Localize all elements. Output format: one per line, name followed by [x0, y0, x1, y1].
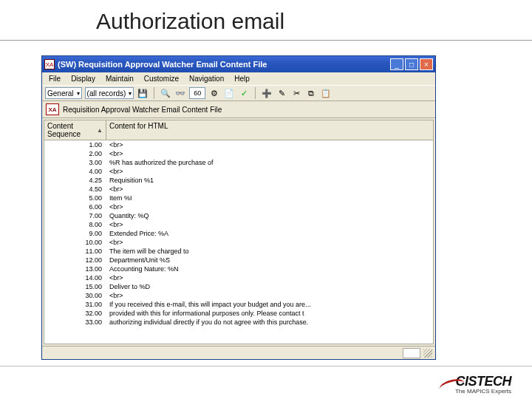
cell-sequence: 7.00	[44, 211, 106, 220]
find-icon[interactable]: 🔍	[160, 87, 171, 99]
check-icon[interactable]: ✓	[238, 87, 250, 99]
menu-help[interactable]: Help	[232, 74, 252, 83]
slide-title: Authorization email	[0, 0, 532, 40]
cell-content: <br>	[106, 220, 433, 229]
cell-sequence: 9.00	[44, 229, 106, 238]
cell-content: <br>	[106, 167, 433, 176]
view-select-label: General	[47, 89, 74, 98]
cell-sequence: 14.00	[44, 273, 106, 282]
close-button[interactable]: ×	[420, 58, 433, 70]
cell-content: Accounting Nature: %N	[106, 265, 433, 273]
table-row[interactable]: 3.00%R has authorized the purchase of	[44, 158, 433, 167]
cell-content: Item %I	[106, 194, 433, 202]
cell-content: <br>	[106, 185, 433, 194]
app-icon: XA	[44, 59, 55, 69]
cell-content: <br>	[106, 202, 433, 211]
menubar: File Display Maintain Customize Navigati…	[42, 72, 435, 85]
cell-sequence: 31.00	[44, 300, 106, 309]
table-row[interactable]: 8.00<br>	[44, 220, 433, 229]
table-row[interactable]: 5.00Item %I	[44, 194, 433, 202]
column-header-sequence-label: Content Sequence	[47, 122, 97, 138]
titlebar: XA (SW) Requisition Approval Watcher Ema…	[42, 56, 435, 72]
table-row[interactable]: 10.00<br>	[44, 238, 433, 247]
table-row[interactable]: 11.00The item will be charged to	[44, 247, 433, 256]
logo-main: CISTECH	[445, 374, 511, 389]
cell-sequence: 8.00	[44, 220, 106, 229]
cell-content: Requisition %1	[106, 176, 433, 185]
table-row[interactable]: 33.00authorizing individual directly if …	[44, 318, 433, 327]
cell-content: <br>	[106, 140, 433, 149]
breadcrumb-text: Requisition Approval Watcher Email Conte…	[63, 106, 222, 114]
table-row[interactable]: 4.25Requisition %1	[44, 176, 433, 185]
cell-content: <br>	[106, 238, 433, 247]
data-grid: Content Sequence ▲ Content for HTML 1.00…	[44, 120, 434, 344]
breadcrumb: XA Requisition Approval Watcher Email Co…	[42, 101, 435, 118]
new-icon[interactable]: ➕	[261, 87, 273, 99]
toolbar-separator	[255, 87, 256, 99]
save-subset-icon[interactable]: 💾	[137, 87, 149, 99]
view-select-general[interactable]: General ▾	[45, 87, 82, 99]
cell-sequence: 11.00	[44, 247, 106, 256]
refresh-interval-icon[interactable]: 60	[189, 87, 205, 99]
table-row[interactable]: 2.00<br>	[44, 149, 433, 158]
cell-content: <br>	[106, 291, 433, 300]
toolbar-separator	[154, 87, 154, 99]
cell-content: Quantity: %Q	[106, 211, 433, 220]
menu-navigation[interactable]: Navigation	[187, 74, 226, 83]
cell-sequence: 12.00	[44, 256, 106, 265]
sort-ascending-icon: ▲	[97, 127, 103, 134]
cell-content: If you received this e-mail, this will i…	[106, 300, 433, 309]
cell-sequence: 4.50	[44, 185, 106, 194]
cell-content: Extended Price: %A	[106, 229, 433, 238]
table-row[interactable]: 32.00provided with this for informationa…	[44, 309, 433, 318]
menu-maintain[interactable]: Maintain	[103, 74, 136, 83]
menu-customize[interactable]: Customize	[142, 74, 181, 83]
logo: CISTECH The MAPICS Experts	[445, 374, 511, 395]
statusbar	[42, 346, 435, 359]
copy-icon[interactable]: ⧉	[305, 87, 317, 99]
table-row[interactable]: 14.00<br>	[44, 273, 433, 282]
table-row[interactable]: 9.00Extended Price: %A	[44, 229, 433, 238]
cell-content: %R has authorized the purchase of	[106, 158, 433, 167]
table-row[interactable]: 4.50<br>	[44, 185, 433, 194]
menu-display[interactable]: Display	[69, 74, 98, 83]
cell-sequence: 32.00	[44, 309, 106, 318]
edit-icon[interactable]: ✎	[276, 87, 287, 99]
resize-grip-icon[interactable]	[423, 349, 432, 358]
cell-content: <br>	[106, 149, 433, 158]
menu-file[interactable]: File	[47, 74, 63, 83]
cell-content: The item will be charged to	[106, 247, 433, 256]
subset-select-all-records[interactable]: (all records) ▾	[85, 87, 134, 99]
paper-icon[interactable]: 📄	[223, 87, 235, 99]
table-row[interactable]: 6.00<br>	[44, 202, 433, 211]
cell-sequence: 5.00	[44, 194, 106, 202]
window-title: (SW) Requisition Approval Watcher Email …	[58, 60, 390, 69]
glasses-icon[interactable]: 👓	[174, 87, 186, 99]
status-cell	[403, 348, 420, 358]
cut-icon[interactable]: ✂	[290, 87, 302, 99]
table-row[interactable]: 31.00If you received this e-mail, this w…	[44, 300, 433, 309]
maximize-button[interactable]: □	[405, 58, 418, 70]
table-row[interactable]: 15.00Deliver to %D	[44, 282, 433, 291]
table-row[interactable]: 30.00<br>	[44, 291, 433, 300]
table-row[interactable]: 1.00<br>	[44, 140, 433, 149]
cell-sequence: 15.00	[44, 282, 106, 291]
paste-icon[interactable]: 📋	[320, 87, 332, 99]
title-divider	[0, 40, 532, 41]
table-row[interactable]: 4.00<br>	[44, 167, 433, 176]
cell-sequence: 1.00	[44, 140, 106, 149]
cell-sequence: 30.00	[44, 291, 106, 300]
cell-sequence: 4.25	[44, 176, 106, 185]
gear-icon[interactable]: ⚙	[208, 87, 220, 99]
column-header-sequence[interactable]: Content Sequence ▲	[44, 120, 106, 140]
column-header-content[interactable]: Content for HTML	[106, 120, 433, 140]
grid-body[interactable]: 1.00<br>2.00<br>3.00%R has authorized th…	[44, 140, 433, 344]
chevron-down-icon: ▾	[77, 90, 80, 97]
table-row[interactable]: 12.00Department/Unit %S	[44, 256, 433, 265]
minimize-button[interactable]: _	[390, 58, 403, 70]
cell-sequence: 2.00	[44, 149, 106, 158]
table-row[interactable]: 13.00Accounting Nature: %N	[44, 265, 433, 273]
cell-sequence: 6.00	[44, 202, 106, 211]
application-window: XA (SW) Requisition Approval Watcher Ema…	[41, 55, 436, 360]
table-row[interactable]: 7.00Quantity: %Q	[44, 211, 433, 220]
